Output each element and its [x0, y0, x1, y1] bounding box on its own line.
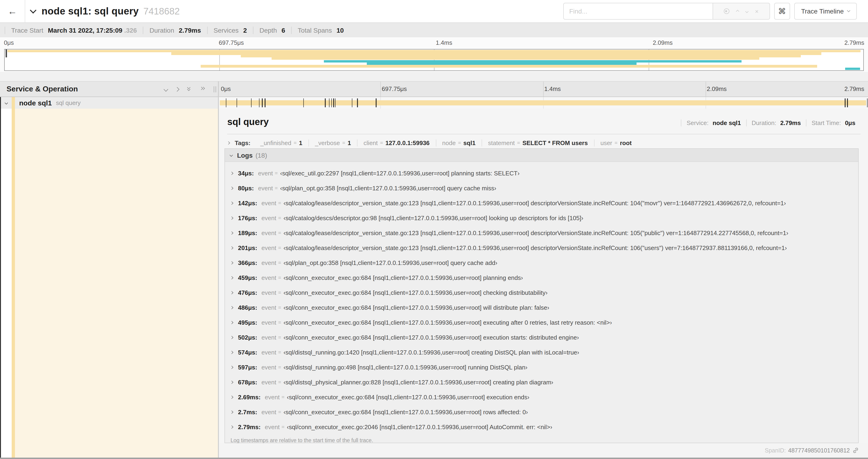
span-collapse-chevron-icon[interactable]	[5, 101, 8, 104]
log-row[interactable]: 2.7ms: event = ‹sql/conn_executor_exec.g…	[225, 404, 858, 419]
chevron-right-icon	[230, 336, 233, 339]
equals-sign: =	[278, 200, 281, 206]
equals-sign: =	[278, 230, 281, 236]
log-row[interactable]: 201μs: event = ‹sql/catalog/lease/descri…	[225, 240, 858, 255]
log-row[interactable]: 2.69ms: event = ‹sql/conn_executor_exec.…	[225, 390, 858, 404]
log-timestamp: 2.7ms:	[238, 408, 257, 415]
service-operation-title: Service & Operation	[0, 85, 78, 93]
log-marker-tick[interactable]	[237, 98, 237, 107]
tag-value: root	[620, 139, 632, 146]
clear-search-icon[interactable]: ×	[755, 8, 758, 14]
log-marker-tick[interactable]	[262, 98, 263, 107]
log-field-name: event	[261, 304, 276, 311]
log-marker-tick[interactable]	[867, 98, 868, 107]
equals-sign: =	[278, 290, 281, 295]
logs-header[interactable]: Logs (18)	[225, 149, 858, 162]
chevron-right-icon	[230, 201, 233, 204]
summary-value: 2	[243, 26, 247, 34]
chevron-right-icon	[230, 351, 233, 354]
log-marker-tick[interactable]	[259, 98, 260, 107]
log-row[interactable]: 574μs: event = ‹sql/distsql_running.go:1…	[225, 345, 858, 360]
log-marker-tick[interactable]	[335, 98, 336, 107]
log-row[interactable]: 189μs: event = ‹sql/catalog/lease/descri…	[225, 225, 858, 240]
divider	[227, 134, 861, 134]
collapse-one-icon[interactable]	[163, 87, 168, 91]
log-message: ‹sql/distsql_physical_planner.go:828 [ns…	[283, 379, 553, 386]
log-marker-tick[interactable]	[331, 98, 332, 107]
chevron-right-icon	[230, 291, 233, 294]
detail-left-highlight	[15, 109, 218, 458]
copy-link-icon[interactable]	[852, 447, 859, 453]
chevron-right-icon	[230, 231, 233, 234]
log-row[interactable]: 2.79ms: event = ‹sql/conn_executor_exec.…	[225, 419, 858, 434]
next-match-icon[interactable]	[745, 9, 748, 13]
log-message: ‹sql/conn_executor_exec.go:684 [nsql1,cl…	[283, 319, 612, 326]
equals-sign: =	[342, 140, 345, 145]
keyboard-shortcuts-button[interactable]: ⌘	[774, 3, 790, 20]
previous-match-icon[interactable]	[736, 9, 739, 13]
find-input[interactable]	[563, 3, 713, 20]
log-row[interactable]: 142μs: event = ‹sql/catalog/lease/descri…	[225, 195, 858, 210]
trace-view-selector[interactable]: Trace Timeline	[794, 3, 857, 20]
log-marker-tick[interactable]	[847, 98, 848, 107]
collapse-trace-chevron-icon[interactable]	[30, 7, 36, 13]
log-marker-tick[interactable]	[226, 98, 226, 107]
expand-one-icon[interactable]	[175, 87, 180, 91]
equals-sign: =	[278, 305, 281, 310]
title-group: node sql1: sql query 7418682	[31, 0, 180, 22]
tag-value: 1	[299, 139, 302, 146]
minimap-canvas[interactable]	[4, 49, 864, 71]
log-row[interactable]: 176μs: event = ‹sql/catalog/descs/descri…	[225, 210, 858, 225]
log-row[interactable]: 366μs: event = ‹sql/plan_opt.go:358 [nsq…	[225, 255, 858, 270]
trace-view-label: Trace Timeline	[801, 7, 844, 15]
span-timeline-cell[interactable]	[218, 97, 868, 109]
log-row[interactable]: 80μs: event = ‹sql/plan_opt.go:358 [nsql…	[225, 181, 858, 195]
tag-key: statement	[488, 139, 515, 146]
log-marker-tick[interactable]	[265, 98, 266, 107]
log-row[interactable]: 502μs: event = ‹sql/conn_executor_exec.g…	[225, 330, 858, 345]
focus-match-icon[interactable]	[724, 8, 730, 14]
log-marker-tick[interactable]	[329, 98, 330, 107]
log-marker-tick[interactable]	[325, 98, 326, 107]
log-message: ‹sql/conn_executor_exec.go:684 [nsql1,cl…	[283, 289, 548, 296]
log-marker-tick[interactable]	[251, 98, 252, 107]
tags-row[interactable]: Tags: _unfinished = 1 _verbose = 1 clien…	[227, 138, 638, 148]
log-timestamp: 366μs:	[238, 259, 257, 266]
chevron-right-icon	[230, 186, 233, 190]
log-row[interactable]: 597μs: event = ‹sql/distsql_running.go:4…	[225, 360, 858, 374]
detail-left-column	[0, 109, 218, 458]
tag-item: statement = SELECT * FROM users	[482, 139, 594, 146]
back-button[interactable]: ←	[0, 0, 25, 22]
log-marker-tick[interactable]	[376, 98, 377, 107]
log-row[interactable]: 678μs: event = ‹sql/distsql_physical_pla…	[225, 374, 858, 390]
logs-title: Logs	[237, 151, 253, 159]
summary-item: Duration 2.79ms	[143, 26, 207, 34]
span-stat-label: Service:	[687, 120, 709, 126]
log-field-name: event	[261, 259, 276, 266]
log-marker-tick[interactable]	[303, 98, 304, 107]
log-row[interactable]: 495μs: event = ‹sql/conn_executor_exec.g…	[225, 315, 858, 330]
equals-sign: =	[278, 364, 281, 370]
span-name-cell[interactable]: node sql1 sql query	[0, 97, 218, 109]
log-message: ‹sql/conn_executor_exec.go:684 [nsql1,cl…	[283, 274, 523, 281]
minimap-tick-row: 2.79ms 0μs 697.75μs 1.4ms 2.09ms	[0, 37, 868, 48]
chevron-down-icon	[847, 9, 850, 12]
logs-count: (18)	[255, 151, 267, 159]
span-duration-bar[interactable]	[220, 100, 866, 105]
column-resizer-grip[interactable]	[214, 86, 216, 92]
log-marker-tick[interactable]	[333, 98, 334, 107]
log-row[interactable]: 459μs: event = ‹sql/conn_executor_exec.g…	[225, 270, 858, 285]
minimap-scrubber-handle[interactable]	[6, 50, 7, 57]
trace-minimap	[0, 48, 868, 72]
log-row[interactable]: 486μs: event = ‹sql/conn_executor_exec.g…	[225, 300, 858, 315]
log-row[interactable]: 476μs: event = ‹sql/conn_executor_exec.g…	[225, 285, 858, 300]
log-marker-tick[interactable]	[352, 98, 352, 107]
expand-all-icon[interactable]	[200, 86, 206, 92]
minimap-span-bar	[171, 53, 822, 55]
log-marker-tick[interactable]	[845, 98, 845, 107]
log-marker-tick[interactable]	[357, 98, 358, 107]
span-stat-label: Duration:	[751, 120, 776, 126]
log-row[interactable]: 34μs: event = ‹sql/exec_util.go:2297 [ns…	[225, 166, 858, 181]
collapse-all-icon[interactable]	[187, 86, 192, 92]
tick-label: 697.75μs	[219, 39, 244, 46]
